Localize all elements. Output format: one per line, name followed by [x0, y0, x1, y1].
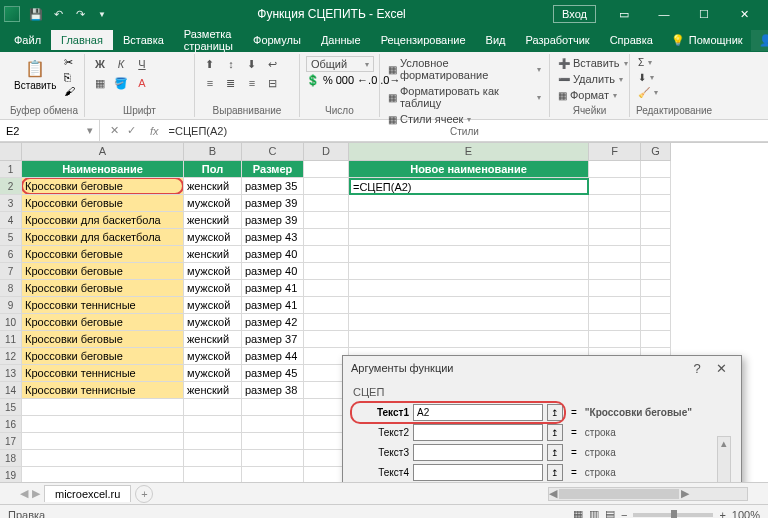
active-cell[interactable]: =СЦЕП(A2): [349, 178, 589, 195]
table-cell[interactable]: Кроссовки беговые: [22, 263, 184, 280]
view-page-icon[interactable]: ▥: [589, 508, 599, 518]
italic-icon[interactable]: К: [112, 56, 130, 72]
column-header[interactable]: A: [22, 143, 184, 161]
range-picker-icon[interactable]: ↥: [547, 424, 563, 441]
fill-button[interactable]: ⬇▾: [636, 71, 660, 84]
comma-icon[interactable]: 000: [336, 74, 354, 87]
sheet-tab[interactable]: microexcel.ru: [44, 485, 131, 502]
table-cell[interactable]: Кроссовки беговые: [22, 348, 184, 365]
zoom-level[interactable]: 100%: [732, 509, 760, 519]
tab-home[interactable]: Главная: [51, 30, 113, 50]
dialog-help-icon[interactable]: ?: [685, 361, 709, 376]
add-sheet-button[interactable]: +: [135, 485, 153, 503]
redo-icon[interactable]: ↷: [72, 6, 88, 22]
alignment-controls[interactable]: ⬆ ↕ ⬇ ↩ ≡ ≣ ≡ ⊟: [201, 56, 293, 91]
arg-input[interactable]: [413, 464, 543, 481]
share-button[interactable]: 👤Поделиться: [751, 30, 768, 51]
paste-button[interactable]: 📋 Вставить: [10, 56, 60, 93]
enter-formula-icon[interactable]: ✓: [127, 124, 136, 137]
conditional-formatting-button[interactable]: ▦ Условное форматирование▾: [386, 56, 543, 82]
zoom-out-icon[interactable]: −: [621, 509, 627, 519]
copy-icon[interactable]: ⎘: [64, 71, 75, 83]
tell-me[interactable]: 💡Помощник: [663, 30, 751, 51]
align-right-icon[interactable]: ≡: [243, 75, 261, 91]
column-header[interactable]: F: [589, 143, 641, 161]
range-picker-icon[interactable]: ↥: [547, 444, 563, 461]
tab-help[interactable]: Справка: [600, 30, 663, 50]
align-top-icon[interactable]: ⬆: [201, 56, 219, 72]
column-header[interactable]: B: [184, 143, 242, 161]
table-cell[interactable]: Кроссовки беговые: [22, 246, 184, 263]
signin-button[interactable]: Вход: [553, 5, 596, 23]
decimal-inc-icon[interactable]: ←.0: [357, 74, 377, 87]
arg-input[interactable]: [413, 424, 543, 441]
fill-icon[interactable]: 🪣: [112, 75, 130, 91]
zoom-slider[interactable]: [633, 513, 713, 517]
tab-file[interactable]: Файл: [4, 30, 51, 50]
border-icon[interactable]: ▦: [91, 75, 109, 91]
worksheet[interactable]: ABCDEFG1НаименованиеПолРазмерНовое наиме…: [0, 142, 768, 482]
tab-review[interactable]: Рецензирование: [371, 30, 476, 50]
horizontal-scrollbar[interactable]: ◀▶: [548, 487, 748, 501]
delete-cells-button[interactable]: ➖ Удалить▾: [556, 72, 630, 86]
name-box[interactable]: E2▾: [0, 120, 100, 141]
save-icon[interactable]: 💾: [28, 6, 44, 22]
clear-button[interactable]: 🧹▾: [636, 86, 660, 99]
dialog-close-icon[interactable]: ✕: [709, 361, 733, 376]
underline-icon[interactable]: Ч: [133, 56, 151, 72]
zoom-in-icon[interactable]: +: [719, 509, 725, 519]
table-cell[interactable]: Кроссовки теннисные: [22, 297, 184, 314]
font-color-icon[interactable]: A: [133, 75, 151, 91]
qat-dropdown-icon[interactable]: ▼: [94, 6, 110, 22]
bold-icon[interactable]: Ж: [91, 56, 109, 72]
tab-page-layout[interactable]: Разметка страницы: [174, 24, 243, 56]
tab-insert[interactable]: Вставка: [113, 30, 174, 50]
autosum-button[interactable]: Σ▾: [636, 56, 660, 69]
args-scrollbar[interactable]: ▴▾: [717, 436, 731, 482]
cut-icon[interactable]: ✂: [64, 56, 75, 69]
tab-developer[interactable]: Разработчик: [516, 30, 600, 50]
undo-icon[interactable]: ↶: [50, 6, 66, 22]
align-middle-icon[interactable]: ↕: [222, 56, 240, 72]
format-cells-button[interactable]: ▦ Формат▾: [556, 88, 630, 102]
align-bottom-icon[interactable]: ⬇: [243, 56, 261, 72]
cancel-formula-icon[interactable]: ✕: [110, 124, 119, 137]
maximize-button[interactable]: ☐: [684, 0, 724, 28]
table-cell[interactable]: Кроссовки беговые: [22, 195, 184, 212]
merge-icon[interactable]: ⊟: [264, 75, 282, 91]
table-cell[interactable]: Кроссовки для баскетбола: [22, 229, 184, 246]
arg-input[interactable]: [413, 444, 543, 461]
table-cell[interactable]: Кроссовки беговые: [22, 280, 184, 297]
range-picker-icon[interactable]: ↥: [547, 464, 563, 481]
range-picker-icon[interactable]: ↥: [547, 404, 563, 421]
table-cell[interactable]: Кроссовки беговые: [22, 331, 184, 348]
table-cell[interactable]: Кроссовки теннисные: [22, 365, 184, 382]
minimize-button[interactable]: —: [644, 0, 684, 28]
align-left-icon[interactable]: ≡: [201, 75, 219, 91]
tab-data[interactable]: Данные: [311, 30, 371, 50]
table-cell[interactable]: Кроссовки для баскетбола: [22, 212, 184, 229]
view-normal-icon[interactable]: ▦: [573, 508, 583, 518]
number-format-select[interactable]: Общий▾: [306, 56, 374, 72]
fx-icon[interactable]: fx: [146, 125, 163, 137]
format-painter-icon[interactable]: 🖌: [64, 85, 75, 97]
sheet-nav-next-icon[interactable]: ▶: [32, 487, 40, 500]
table-cell[interactable]: Кроссовки теннисные: [22, 382, 184, 399]
currency-icon[interactable]: 💲: [306, 74, 320, 87]
table-cell[interactable]: Кроссовки беговые: [22, 314, 184, 331]
wrap-text-icon[interactable]: ↩: [264, 56, 282, 72]
formula-input[interactable]: =СЦЕП(A2): [163, 125, 768, 137]
close-button[interactable]: ✕: [724, 0, 764, 28]
tab-view[interactable]: Вид: [476, 30, 516, 50]
tab-formulas[interactable]: Формулы: [243, 30, 311, 50]
column-header[interactable]: D: [304, 143, 349, 161]
sheet-nav-prev-icon[interactable]: ◀: [20, 487, 28, 500]
font-controls[interactable]: Ж К Ч ▦ 🪣 A: [91, 56, 171, 91]
ribbon-options-icon[interactable]: ▭: [604, 0, 644, 28]
insert-cells-button[interactable]: ➕ Вставить▾: [556, 56, 630, 70]
column-header[interactable]: C: [242, 143, 304, 161]
view-break-icon[interactable]: ▤: [605, 508, 615, 518]
arg-input[interactable]: A2: [413, 404, 543, 421]
column-header[interactable]: G: [641, 143, 671, 161]
align-center-icon[interactable]: ≣: [222, 75, 240, 91]
